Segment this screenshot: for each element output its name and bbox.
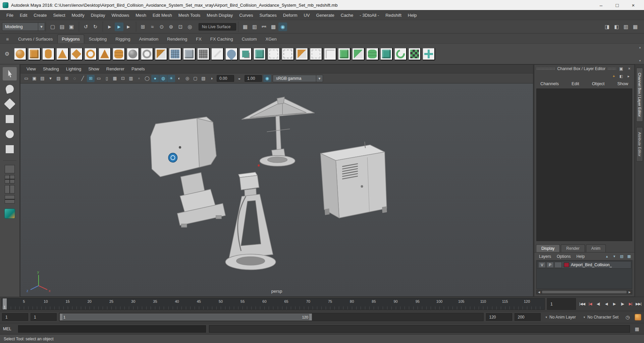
open-scene-icon[interactable]: ▤ [58, 22, 66, 31]
shelf-tab[interactable]: FX [192, 35, 206, 43]
command-language-toggle[interactable]: MEL [3, 327, 15, 331]
minimize-button[interactable]: – [593, 1, 609, 9]
new-scene-icon[interactable]: ▢ [48, 22, 57, 31]
sculpt-layers-icon[interactable] [239, 48, 252, 60]
maya-active-layout-icon[interactable] [4, 209, 15, 219]
menu-item[interactable]: Mesh [132, 11, 149, 19]
combine-icon[interactable] [155, 48, 167, 60]
select-tool-icon[interactable] [3, 67, 17, 80]
menu-item[interactable]: Curves [236, 11, 256, 19]
bookmarks-icon[interactable]: ▾ [47, 75, 54, 82]
save-scene-icon[interactable]: ▣ [67, 22, 76, 31]
grid-icon[interactable]: ⊞ [87, 75, 95, 82]
layer-menu-item[interactable]: Options [554, 253, 573, 260]
snap-to-view-plane-icon[interactable]: ⊡ [176, 22, 185, 31]
layout-two-pane-side-button[interactable] [5, 185, 15, 193]
shelf-tab[interactable]: Animation [135, 35, 162, 43]
go-to-playback-end-button[interactable]: ▶▶| [635, 298, 642, 310]
use-all-lights-icon[interactable]: ☀ [167, 75, 175, 82]
step-back-one-key-button[interactable]: |◀ [586, 298, 594, 310]
play-backwards-button[interactable]: ◀ [602, 298, 610, 310]
select-hierarchy-icon[interactable]: ► [105, 22, 114, 31]
model-antenna-unit[interactable] [242, 97, 315, 166]
multi-cut-icon[interactable] [422, 48, 435, 60]
quad-draw-icon[interactable] [197, 48, 210, 60]
channel-list-empty[interactable] [536, 89, 632, 241]
menu-item[interactable]: Generate [313, 11, 337, 19]
shelf-tab[interactable]: Curves / Surfaces [14, 35, 57, 43]
chevron-right-icon[interactable]: ▶ [627, 291, 632, 294]
character-set-dropdown[interactable]: ▾ No Character Set [581, 313, 621, 321]
layer-visibility-toggle[interactable]: V [538, 262, 546, 268]
select-camera-icon[interactable]: ▭ [22, 75, 30, 82]
auto-keyframe-toggle-icon[interactable]: ◷ [624, 313, 632, 321]
model-control-cabinet[interactable] [321, 142, 387, 218]
lasso-tool-icon[interactable] [3, 82, 17, 96]
smooth-mesh-icon[interactable] [126, 48, 139, 60]
menu-set-dropdown[interactable]: Modeling ▾ [2, 22, 45, 31]
gamma-field[interactable]: 1.00 [245, 75, 262, 82]
cluster-icon[interactable] [324, 48, 336, 60]
extrude-icon[interactable] [225, 48, 238, 60]
bridge-icon[interactable] [366, 48, 379, 60]
menu-item[interactable]: Windows [108, 11, 132, 19]
viewport-3d[interactable]: y x z persp [20, 83, 533, 296]
lock-camera-icon[interactable]: ▣ [31, 75, 38, 82]
menu-item[interactable]: Deform [280, 11, 301, 19]
menu-item[interactable]: Select [50, 11, 68, 19]
layer-menu-item[interactable]: Layers [536, 253, 554, 260]
close-button[interactable]: × [625, 1, 641, 9]
menu-item[interactable]: Redshift [382, 11, 405, 19]
command-result-field[interactable] [209, 325, 630, 333]
make-live-icon[interactable]: ◎ [185, 22, 194, 31]
menu-item[interactable]: Surfaces [257, 11, 280, 19]
select-object-icon[interactable]: ► [115, 22, 123, 31]
script-editor-icon[interactable]: ▦ [633, 325, 641, 333]
snap-to-point-icon[interactable]: ⊙ [157, 22, 166, 31]
poly-pipe-icon[interactable] [112, 48, 125, 60]
poly-cone-icon[interactable] [56, 48, 69, 60]
manip-axis-icon[interactable]: + [611, 73, 617, 79]
animation-preferences-icon[interactable] [634, 313, 642, 321]
bevel-icon[interactable] [253, 48, 266, 60]
exposure-icon[interactable]: ◑ [208, 75, 215, 82]
field-chart-icon[interactable]: ⊡ [119, 75, 127, 82]
ipr-render-icon[interactable]: IPR [260, 22, 268, 31]
shelf-tab[interactable]: Sculpting [85, 35, 111, 43]
menu-item[interactable]: Display [88, 11, 108, 19]
channel-box-menu-item[interactable]: Channels [538, 80, 561, 87]
menu-item[interactable]: Edit [17, 11, 30, 19]
menu-item[interactable]: UV [301, 11, 313, 19]
screen-space-ao-icon[interactable]: ◎ [183, 75, 191, 82]
wireframe-icon[interactable]: ◯ [143, 75, 151, 82]
rotate-tool-icon[interactable] [3, 127, 17, 141]
poly-sphere-icon[interactable] [14, 48, 26, 60]
paint-selection-tool-icon[interactable] [3, 97, 17, 111]
shelf-tab[interactable]: Custom [238, 35, 261, 43]
layer-menu-item[interactable]: Help [574, 253, 587, 260]
toggle-channel-box-icon[interactable]: ▦ [631, 22, 640, 31]
scrollbar-thumb[interactable] [542, 291, 627, 293]
maximize-button[interactable]: □ [609, 1, 625, 9]
isolate-select-icon[interactable]: ▢ [192, 75, 199, 82]
sidebar-vertical-tab[interactable]: Channel Box / Layer Editor [636, 68, 643, 122]
shelf-tab[interactable]: FX Caching [206, 35, 237, 43]
toggle-tool-settings-icon[interactable]: ▥ [622, 22, 630, 31]
mirror-icon[interactable] [296, 48, 308, 60]
project-curve-icon[interactable] [408, 48, 421, 60]
menu-item[interactable]: Mesh Display [204, 11, 236, 19]
layer-color-swatch[interactable] [564, 263, 569, 267]
camera-attributes-icon[interactable]: ▤ [39, 75, 46, 82]
playback-end-field[interactable]: 120 [486, 313, 512, 321]
resolution-gate-icon[interactable]: ▯ [103, 75, 111, 82]
layer-playback-toggle[interactable]: P [546, 262, 554, 268]
poly-torus-icon[interactable] [84, 48, 97, 60]
snap-to-projected-center-icon[interactable]: ⊚ [167, 22, 175, 31]
new-layer-from-selected-icon[interactable]: ▩ [626, 253, 632, 259]
command-input[interactable] [18, 325, 206, 333]
menu-item[interactable]: Edit Mesh [150, 11, 175, 19]
chevron-down-icon[interactable]: ▾ [639, 59, 641, 62]
layer-editor-tab[interactable]: Render [561, 244, 585, 252]
hypershade-icon[interactable]: ◉ [278, 22, 287, 31]
panel-menu-item[interactable]: Lighting [63, 65, 85, 72]
